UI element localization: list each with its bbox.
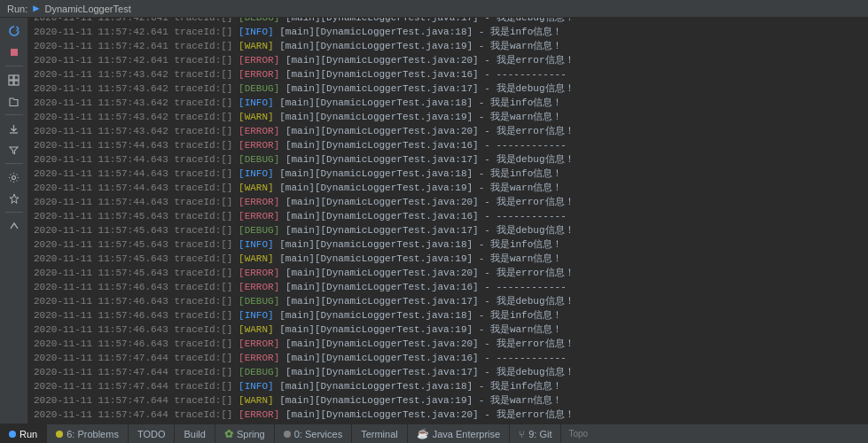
rerun-btn[interactable] [3, 21, 26, 41]
run-icon: ▶ [33, 2, 39, 15]
log-line: 2020-11-11 11:57:47.644 traceId:[] [ERRO… [28, 408, 868, 422]
svg-rect-1 [9, 75, 13, 80]
java-enterprise-dot: ☕ [417, 428, 429, 439]
spring-dot: ✿ [224, 428, 233, 440]
log-line: 2020-11-11 11:57:45.643 traceId:[] [WARN… [28, 252, 868, 266]
title-bar: Run: ▶ DynamicLoggerTest [0, 0, 868, 18]
svg-rect-4 [14, 81, 19, 85]
terminal-tab[interactable]: Terminal [352, 424, 408, 443]
main-layout: 2020-11-11 11:57:42.641 traceId:[] [DEBU… [0, 18, 868, 424]
log-line: 2020-11-11 11:57:47.644 traceId:[] [INFO… [28, 379, 868, 393]
run-tab-label: Run [20, 429, 37, 439]
log-line: 2020-11-11 11:57:44.643 traceId:[] [DEBU… [28, 152, 868, 167]
todo-tab-label: TODO [137, 429, 166, 439]
toolbar-separator-3 [5, 163, 23, 164]
topo-label: Topo [561, 429, 595, 439]
toolbar-separator-2 [5, 114, 23, 115]
log-line: 2020-11-11 11:57:46.643 traceId:[] [DEBU… [28, 294, 868, 308]
build-tab-label: Build [184, 429, 205, 439]
services-dot [284, 431, 291, 438]
git-tab-label: 9: Git [528, 429, 551, 439]
services-tab-label: 0: Services [294, 429, 342, 439]
log-line: 2020-11-11 11:57:42.641 traceId:[] [INFO… [28, 25, 868, 39]
pin-btn[interactable] [3, 189, 26, 208]
log-line: 2020-11-11 11:57:43.642 traceId:[] [WARN… [28, 110, 868, 124]
java-enterprise-tab[interactable]: ☕ Java Enterprise [408, 424, 510, 443]
log-line: 2020-11-11 11:57:46.643 traceId:[] [WARN… [28, 323, 868, 337]
log-line: 2020-11-11 11:57:46.643 traceId:[] [ERRO… [28, 337, 868, 351]
log-line: 2020-11-11 11:57:43.642 traceId:[] [INFO… [28, 96, 868, 110]
log-line: 2020-11-11 11:57:47.644 traceId:[] [ERRO… [28, 351, 868, 365]
svg-rect-0 [11, 49, 18, 56]
spring-tab-label: Spring [237, 429, 265, 439]
svg-rect-3 [9, 81, 13, 85]
title-text: DynamicLoggerTest [44, 4, 130, 14]
build-tab[interactable]: Build [175, 424, 215, 443]
run-tab[interactable]: Run [0, 424, 47, 443]
java-enterprise-tab-label: Java Enterprise [433, 429, 500, 439]
log-line: 2020-11-11 11:57:45.643 traceId:[] [ERRO… [28, 209, 868, 223]
run-dot [9, 431, 16, 438]
open-file-btn[interactable] [3, 91, 26, 111]
svg-point-6 [12, 175, 16, 179]
toolbar-separator-1 [5, 66, 23, 66]
problems-tab-label: 6: Problems [66, 429, 119, 439]
console-area: 2020-11-11 11:57:42.641 traceId:[] [DEBU… [28, 18, 868, 424]
log-line: 2020-11-11 11:57:42.641 traceId:[] [DEBU… [28, 18, 868, 25]
spring-tab[interactable]: ✿ Spring [215, 424, 275, 443]
terminal-tab-label: Terminal [361, 429, 398, 439]
run-label: Run: [7, 4, 27, 14]
log-line: 2020-11-11 11:57:43.642 traceId:[] [ERRO… [28, 124, 868, 138]
git-icon: ⑂ [519, 429, 525, 439]
todo-tab[interactable]: TODO [129, 424, 176, 443]
log-line: 2020-11-11 11:57:47.644 traceId:[] [DEBU… [28, 365, 868, 379]
toolbar-separator-4 [5, 212, 23, 213]
left-toolbar [0, 18, 28, 424]
log-line: 2020-11-11 11:57:44.643 traceId:[] [INFO… [28, 167, 868, 181]
log-line: 2020-11-11 11:57:45.643 traceId:[] [INFO… [28, 237, 868, 252]
up-btn[interactable] [3, 216, 26, 236]
log-line: 2020-11-11 11:57:47.644 traceId:[] [WARN… [28, 393, 868, 408]
status-bar: Run 6: Problems TODO Build ✿ Spring 0: S… [0, 424, 868, 443]
log-output[interactable]: 2020-11-11 11:57:42.641 traceId:[] [DEBU… [28, 18, 868, 424]
log-line: 2020-11-11 11:57:44.643 traceId:[] [ERRO… [28, 138, 868, 152]
log-line: 2020-11-11 11:57:42.641 traceId:[] [ERRO… [28, 53, 868, 67]
problems-tab[interactable]: 6: Problems [47, 424, 129, 443]
log-line: 2020-11-11 11:57:44.643 traceId:[] [ERRO… [28, 195, 868, 209]
log-line: 2020-11-11 11:57:45.643 traceId:[] [DEBU… [28, 223, 868, 237]
log-line: 2020-11-11 11:57:46.643 traceId:[] [INFO… [28, 308, 868, 323]
log-line: 2020-11-11 11:57:46.643 traceId:[] [ERRO… [28, 280, 868, 294]
filter-btn[interactable] [3, 140, 26, 159]
settings-btn[interactable] [3, 167, 26, 187]
restore-layout-btn[interactable] [3, 70, 26, 89]
log-line: 2020-11-11 11:57:45.643 traceId:[] [ERRO… [28, 266, 868, 280]
services-tab[interactable]: 0: Services [275, 424, 352, 443]
svg-rect-2 [14, 75, 19, 80]
log-line: 2020-11-11 11:57:44.643 traceId:[] [WARN… [28, 181, 868, 195]
problems-dot [56, 431, 63, 438]
scroll-to-end-btn[interactable] [3, 119, 26, 138]
stop-btn[interactable] [3, 43, 26, 62]
log-line: 2020-11-11 11:57:43.642 traceId:[] [ERRO… [28, 67, 868, 82]
git-tab[interactable]: ⑂ 9: Git [510, 424, 561, 443]
log-line: 2020-11-11 11:57:42.641 traceId:[] [WARN… [28, 39, 868, 53]
log-line: 2020-11-11 11:57:43.642 traceId:[] [DEBU… [28, 82, 868, 96]
